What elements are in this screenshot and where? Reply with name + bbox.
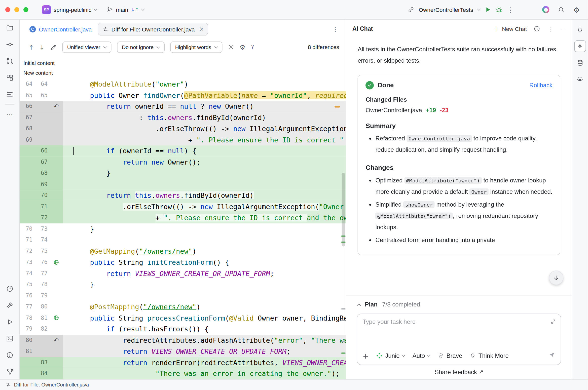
diff-line[interactable]: 68 }: [20, 168, 346, 179]
diff-line[interactable]: 69 + ". Please ensure the ID is correct …: [20, 134, 346, 145]
tab-options-icon[interactable]: ⋮: [329, 25, 342, 33]
diff-settings-gear-icon[interactable]: ⚙: [240, 44, 245, 51]
settings-gear-icon[interactable]: ⚙: [573, 6, 580, 14]
diff-line[interactable]: 80↶ redirectAttributes.addFlashAttribute…: [20, 335, 346, 346]
tab-diff-active[interactable]: Diff for File: OwnerController.java ×: [98, 23, 208, 35]
diff-line[interactable]: 7578 }: [20, 279, 346, 290]
agent-picker[interactable]: Junie: [376, 353, 405, 359]
previous-difference-icon[interactable]: ↑: [29, 44, 34, 51]
search-everywhere-icon[interactable]: [558, 6, 565, 13]
text-caret: [73, 147, 74, 155]
problems-icon[interactable]: [6, 352, 13, 359]
revert-change-icon[interactable]: ↶: [54, 103, 59, 110]
run-button[interactable]: [485, 7, 491, 13]
think-more-toggle[interactable]: Think More: [470, 353, 509, 359]
diff-line[interactable]: 7982 if (result.hasErrors()) {: [20, 324, 346, 335]
summary-heading: Summary: [365, 122, 553, 130]
diff-line[interactable]: 7174: [20, 235, 346, 246]
endpoint-globe-icon[interactable]: [53, 315, 59, 321]
hide-panel-icon[interactable]: —: [560, 25, 566, 32]
diff-line[interactable]: 71 .orElseThrow(() -> new IllegalArgumen…: [20, 201, 346, 212]
diff-line[interactable]: 7376 public String initCreationForm() {: [20, 257, 346, 268]
changed-file-row[interactable]: OwnerController.java +19 -23: [365, 107, 553, 114]
history-clock-icon[interactable]: [534, 25, 540, 32]
diff-line[interactable]: 83 return renderError(redirectAttributes…: [20, 357, 346, 368]
diff-icon: [5, 382, 11, 388]
project-folder-icon[interactable]: [6, 24, 13, 32]
diff-line[interactable]: 67 : this.owners.findById(ownerId): [20, 112, 346, 123]
ignore-policy-dropdown[interactable]: Do not ignore: [117, 42, 165, 53]
diff-line[interactable]: 7275 @GetMapping("/owners/new"): [20, 246, 346, 257]
diff-line[interactable]: 84 "There was an error in creating the o…: [20, 368, 346, 379]
run-tool-icon[interactable]: [6, 318, 13, 326]
diff-line[interactable]: 68 .orElseThrow(() -> new IllegalArgumen…: [20, 123, 346, 134]
browser-picker[interactable]: Brave: [438, 353, 462, 359]
ai-chat-tool-selected[interactable]: [574, 41, 586, 52]
branch-widget[interactable]: main ↓↑: [103, 4, 147, 15]
mode-picker[interactable]: Auto: [413, 353, 430, 359]
help-icon[interactable]: ?: [251, 44, 254, 51]
diff-line[interactable]: 66 if (ownerId == null) {: [20, 145, 346, 157]
diff-line[interactable]: 67 return new Owner();: [20, 157, 346, 168]
status-bar: Diff for File: OwnerController.java: [0, 379, 588, 390]
structure-icon[interactable]: [6, 91, 13, 98]
task-input[interactable]: Type your task here: [362, 319, 556, 325]
diff-line[interactable]: 70 return this.owners.findById(ownerId): [20, 190, 346, 201]
notifications-bell-icon[interactable]: [576, 26, 584, 33]
diff-line[interactable]: 7881 public String processCreationForm(@…: [20, 312, 346, 323]
diff-line[interactable]: 69: [20, 179, 346, 190]
version-control-icon[interactable]: [6, 368, 13, 376]
diff-line[interactable]: 81 return VIEWS_OWNER_CREATE_OR_UPDATE_F…: [20, 346, 346, 357]
zoom-window-button[interactable]: [23, 7, 28, 12]
collapse-unchanged-icon[interactable]: [228, 44, 234, 50]
highlight-policy-dropdown[interactable]: Highlight words: [170, 42, 222, 53]
scroll-to-bottom-button[interactable]: [549, 271, 563, 285]
next-difference-icon[interactable]: ↓: [40, 44, 45, 51]
new-chat-button[interactable]: +New Chat: [494, 25, 527, 32]
diff-icon: [102, 26, 108, 32]
rollback-link[interactable]: Rollback: [529, 82, 553, 89]
branch-name: main: [116, 7, 128, 13]
revert-change-icon[interactable]: ↶: [54, 336, 59, 344]
changed-file-name[interactable]: OwnerController.java: [365, 107, 422, 114]
plan-section[interactable]: Plan 7/8 completed: [346, 296, 572, 313]
agent-label: Junie: [385, 353, 399, 359]
build-icon[interactable]: [6, 302, 13, 309]
chat-messages[interactable]: All tests in the OwnerControllerTests su…: [346, 38, 572, 296]
diff-line[interactable]: 7780 @PostMapping("/owners/new"): [20, 301, 346, 312]
more-tool-windows-icon[interactable]: ⋯: [7, 111, 13, 118]
debug-button[interactable]: [496, 6, 503, 13]
expand-input-icon[interactable]: [550, 319, 556, 325]
commit-icon[interactable]: [6, 41, 13, 48]
endpoint-globe-icon[interactable]: [53, 259, 59, 265]
editor-scrollbar[interactable]: [341, 79, 346, 379]
send-button[interactable]: [548, 352, 556, 360]
diff-line[interactable]: 7477 return VIEWS_OWNER_CREATE_OR_UPDATE…: [20, 268, 346, 279]
run-more-options-icon[interactable]: ⋮: [507, 6, 514, 13]
diff-line[interactable]: 7073 }: [20, 223, 346, 234]
junie-paw-icon[interactable]: [576, 75, 584, 83]
diff-line[interactable]: 6565 public Owner findOwner(@PathVariabl…: [20, 90, 346, 101]
diff-content[interactable]: 6464 @ModelAttribute("owner")6565 public…: [20, 79, 346, 379]
database-icon[interactable]: [576, 59, 584, 67]
tab-owner-controller[interactable]: C OwnerController.java: [26, 23, 96, 35]
ai-assistant-icon[interactable]: [542, 6, 549, 13]
diff-line[interactable]: 7679: [20, 290, 346, 301]
close-tab-icon[interactable]: ×: [199, 26, 204, 32]
viewer-mode-dropdown[interactable]: Unified viewer: [62, 42, 111, 53]
minimize-window-button[interactable]: [14, 7, 19, 12]
chat-options-icon[interactable]: ⋮: [547, 25, 553, 32]
project-widget[interactable]: SP spring-petclinic: [39, 3, 100, 16]
share-feedback-link[interactable]: Share feedback ↗: [346, 365, 572, 379]
diff-line[interactable]: 66↶ return ownerId == null ? new Owner(): [20, 101, 346, 112]
pull-requests-icon[interactable]: [6, 57, 13, 65]
diff-line[interactable]: 72 + ". Please ensure the ID is correct …: [20, 212, 346, 223]
profiler-icon[interactable]: [6, 285, 13, 293]
terminal-icon[interactable]: [6, 335, 13, 342]
attach-icon[interactable]: +: [362, 352, 369, 360]
services-icon[interactable]: [6, 74, 13, 82]
diff-line[interactable]: 6464 @ModelAttribute("owner"): [20, 79, 346, 90]
run-config-name[interactable]: OwnerControllerTests: [419, 7, 473, 13]
edit-source-icon[interactable]: [50, 44, 57, 51]
close-window-button[interactable]: [5, 7, 10, 12]
